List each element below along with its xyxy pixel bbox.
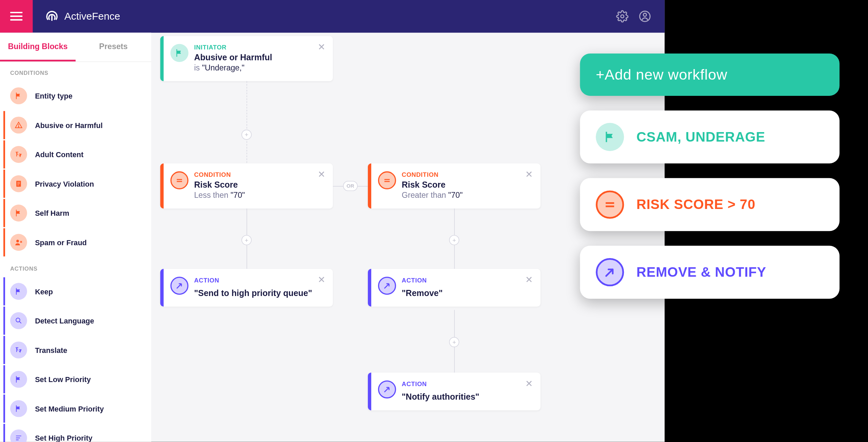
close-icon[interactable]: ✕ [318, 276, 325, 285]
svg-rect-11 [17, 183, 20, 184]
sidebar-item-spam[interactable]: Spam or Fraud [3, 228, 148, 256]
arrow-icon [171, 277, 189, 295]
sidebar-item-keep[interactable]: Keep [3, 277, 148, 306]
sidebar-item-label: Adult Content [35, 150, 83, 159]
card-kicker: ACTION [194, 277, 324, 283]
conditions-section-label: CONDITIONS [0, 62, 151, 81]
flag-icon [171, 44, 189, 62]
svg-point-13 [16, 240, 19, 243]
add-workflow-button[interactable]: +Add new workflow [580, 54, 840, 96]
card-initiator[interactable]: INITIATOR Abusive or Harmful is "Underag… [160, 36, 333, 81]
tab-building-blocks[interactable]: Building Blocks [0, 33, 76, 62]
menu-button[interactable] [0, 0, 33, 33]
sidebar-item-label: Set Low Priority [35, 375, 91, 383]
close-icon[interactable]: ✕ [318, 43, 325, 52]
translate-icon [10, 146, 27, 163]
badge-label: RISK SCORE > 70 [636, 197, 755, 213]
sidebar-item-high[interactable]: Set High Priority [3, 424, 148, 442]
card-action-left[interactable]: ACTION "Send to high priority queue" ✕ [160, 269, 333, 307]
svg-rect-20 [177, 181, 182, 182]
sidebar-item-selfharm[interactable]: Self Harm [3, 199, 148, 227]
badge-label: CSAM, UNDERAGE [636, 129, 765, 145]
sidebar-item-label: Entity type [35, 91, 73, 100]
sidebar-item-label: Self Harm [35, 209, 69, 217]
add-node-button[interactable]: + [241, 130, 252, 140]
add-node-button[interactable]: + [241, 235, 252, 245]
sidebar-item-medium[interactable]: Set Medium Priority [3, 395, 148, 423]
warning-icon [10, 117, 27, 133]
gear-icon[interactable] [616, 10, 629, 23]
actions-section-label: ACTIONS [0, 257, 151, 276]
svg-line-15 [19, 321, 21, 323]
arrow-icon [378, 380, 396, 398]
svg-rect-23 [606, 202, 614, 204]
logo-icon [44, 8, 60, 24]
badge-csam[interactable]: CSAM, UNDERAGE [580, 110, 840, 163]
close-icon[interactable]: ✕ [525, 170, 533, 180]
card-value: "Remove" [402, 288, 532, 297]
card-title: Risk Score [402, 180, 532, 189]
card-kicker: CONDITION [194, 171, 324, 178]
sidebar-item-adult[interactable]: Adult Content [3, 140, 148, 168]
sidebar-item-entity-type[interactable]: Entity type [3, 82, 148, 110]
sidebar-item-label: Set Medium Priority [35, 404, 104, 413]
search-icon [10, 312, 27, 329]
svg-rect-21 [384, 179, 390, 180]
card-kicker: INITIATOR [194, 44, 324, 51]
svg-rect-12 [17, 185, 19, 185]
user-x-icon [10, 234, 27, 251]
equals-icon [171, 171, 189, 189]
close-icon[interactable]: ✕ [318, 170, 325, 180]
sidebar-item-low[interactable]: Set Low Priority [3, 365, 148, 393]
card-kicker: CONDITION [402, 171, 532, 178]
card-action-right[interactable]: ACTION "Remove" ✕ [368, 269, 540, 307]
card-condition-right[interactable]: CONDITION Risk Score Greater than "70" ✕ [368, 164, 540, 209]
priority-icon [10, 429, 27, 442]
svg-point-4 [621, 15, 624, 18]
flag-icon [596, 123, 624, 151]
badge-risk[interactable]: RISK SCORE > 70 [580, 178, 840, 231]
flag-icon [10, 87, 27, 104]
add-node-button[interactable]: + [449, 337, 459, 347]
card-subtitle: Greater than "70" [402, 190, 532, 199]
sidebar-item-label: Abusive or Harmful [35, 121, 103, 129]
tab-presets[interactable]: Presets [76, 33, 151, 62]
add-workflow-label: +Add new workflow [596, 66, 727, 84]
document-icon [10, 175, 27, 192]
add-node-button[interactable]: + [449, 235, 459, 245]
svg-rect-10 [17, 182, 20, 183]
arrow-icon [596, 258, 624, 286]
close-icon[interactable]: ✕ [525, 276, 533, 285]
card-action-notify[interactable]: ACTION "Notify authorities" ✕ [368, 373, 540, 410]
menu-icon [10, 12, 23, 21]
svg-rect-2 [10, 19, 23, 21]
card-condition-left[interactable]: CONDITION Risk Score Less then "70" ✕ [160, 164, 333, 209]
sidebar-item-label: Spam or Fraud [35, 238, 87, 247]
svg-point-8 [18, 126, 19, 127]
flag-icon [10, 400, 27, 417]
sidebar-item-translate[interactable]: Translate [3, 336, 148, 364]
flag-icon [10, 283, 27, 300]
user-icon[interactable] [639, 10, 651, 23]
close-icon[interactable]: ✕ [525, 379, 533, 388]
card-kicker: ACTION [402, 380, 532, 387]
svg-rect-19 [177, 179, 182, 180]
badge-remove[interactable]: REMOVE & NOTIFY [580, 246, 840, 299]
card-subtitle: Less then "70" [194, 190, 324, 199]
sidebar-item-label: Privacy Violation [35, 180, 94, 188]
card-title: Abusive or Harmful [194, 52, 324, 62]
or-connector: OR [343, 181, 358, 191]
sidebar-item-privacy[interactable]: Privacy Violation [3, 170, 148, 198]
flag-icon [10, 205, 27, 222]
svg-rect-3 [51, 15, 53, 21]
card-kicker: ACTION [402, 277, 532, 283]
connector-line [246, 81, 247, 163]
sidebar-item-label: Set High Priority [35, 434, 92, 442]
sidebar-item-abusive[interactable]: Abusive or Harmful [3, 111, 148, 139]
svg-rect-22 [384, 181, 390, 182]
sidebar-item-detect[interactable]: Detect Language [3, 307, 148, 335]
sidebar-item-label: Translate [35, 346, 67, 354]
brand-name: ActiveFence [64, 10, 120, 22]
svg-point-14 [16, 318, 20, 322]
brand-logo: ActiveFence [44, 8, 120, 24]
